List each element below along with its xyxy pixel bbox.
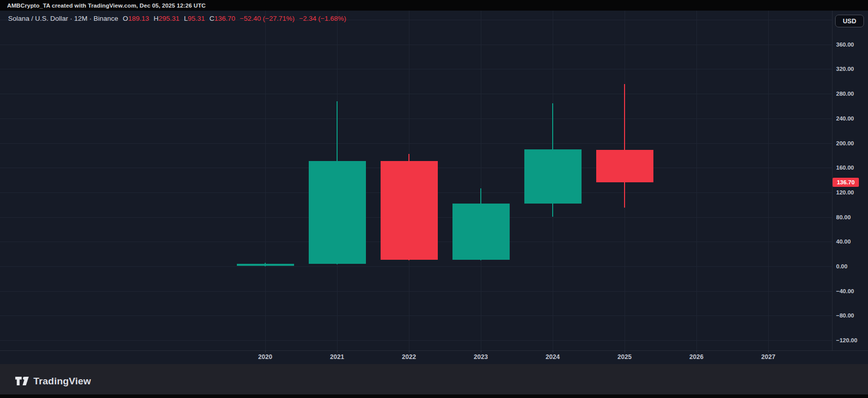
time-axis-border <box>0 350 868 351</box>
currency-usd-button[interactable]: USD <box>835 15 864 27</box>
price-tick-label: 80.00 <box>836 214 851 221</box>
candle-body <box>596 150 653 182</box>
time-tickmark <box>265 350 266 352</box>
tradingview-brand-text[interactable]: TradingView <box>33 376 91 387</box>
time-tickmark <box>409 350 409 352</box>
attribution-text: AMBCrypto_TA created with TradingView.co… <box>7 3 206 9</box>
h-gridline-320 <box>0 69 832 69</box>
h-gridline-360 <box>0 45 832 45</box>
price-tick-label: 280.00 <box>836 90 854 97</box>
time-tick-label: 2027 <box>753 353 783 361</box>
v-gridline-2020 <box>265 11 266 351</box>
last-price-value: 136.70 <box>837 179 854 185</box>
tradingview-logo-icon[interactable] <box>15 377 29 385</box>
price-tick-label: 200.00 <box>836 140 854 147</box>
v-gridline-2026 <box>696 11 697 351</box>
h-gridline--120 <box>0 340 832 341</box>
time-tick-label: 2021 <box>322 353 352 361</box>
legend-change-2: −2.34 (−1.68%) <box>299 15 346 22</box>
price-tick-label: 120.00 <box>836 189 854 196</box>
ohlc-letter-H: H <box>153 15 158 22</box>
price-tick-label: 0.00 <box>836 263 847 270</box>
h-gridline--80 <box>0 315 832 316</box>
price-tick-label: 240.00 <box>836 115 854 122</box>
price-tick-label: −80.00 <box>836 312 854 319</box>
h-gridline-240 <box>0 118 832 119</box>
time-tick-label: 2023 <box>466 353 496 361</box>
h-gridline--40 <box>0 291 832 292</box>
time-tick-label: 2022 <box>394 353 424 361</box>
time-tickmark <box>768 350 769 352</box>
ohlc-value-O: 189.13 <box>128 15 149 22</box>
time-tick-label: 2020 <box>250 353 280 361</box>
price-tick-label: 160.00 <box>836 164 854 171</box>
attribution-bar: AMBCrypto_TA created with TradingView.co… <box>0 0 868 11</box>
footer-bar: TradingView <box>0 364 868 398</box>
ohlc-value-C: 136.70 <box>215 15 235 22</box>
time-tickmark <box>553 350 553 352</box>
ohlc-letter-L: L <box>184 15 188 22</box>
h-gridline-280 <box>0 94 832 94</box>
candle-wick <box>624 84 625 208</box>
ohlc-value-L: 95.31 <box>188 15 205 22</box>
v-gridline-2027 <box>768 11 769 351</box>
price-tick-label: 360.00 <box>836 41 854 48</box>
candle-body <box>237 264 294 266</box>
symbol-title: Solana / U.S. Dollar · 12M · Binance <box>8 15 118 22</box>
legend-change-1: −52.40 (−27.71%) <box>240 15 295 22</box>
last-price-tag: 136.70 <box>833 178 859 187</box>
time-tick-label: 2026 <box>681 353 712 361</box>
price-tick-label: 320.00 <box>836 65 854 72</box>
time-tickmark <box>625 350 625 352</box>
tradingview-chart-screenshot: AMBCrypto_TA created with TradingView.co… <box>0 0 868 398</box>
time-tickmark <box>337 350 338 352</box>
price-tick-label: −120.00 <box>836 337 857 344</box>
v-gridline-2023 <box>481 11 481 351</box>
price-tick-label: −40.00 <box>836 288 854 295</box>
ohlc-readout: O189.13H295.31L95.31C136.70−52.40 (−27.7… <box>118 15 346 22</box>
time-tickmark <box>481 350 481 352</box>
symbol-legend[interactable]: Solana / U.S. Dollar · 12M · Binance O18… <box>8 15 346 22</box>
ohlc-letter-C: C <box>210 15 215 22</box>
candle-body <box>452 204 510 260</box>
candle-body <box>524 149 582 204</box>
ohlc-value-H: 295.31 <box>158 15 179 22</box>
candle-body <box>381 161 438 260</box>
bottom-strip <box>0 394 868 398</box>
price-tick-label: 40.00 <box>836 238 851 245</box>
h-gridline-0 <box>0 266 832 267</box>
time-tick-label: 2024 <box>538 353 568 361</box>
time-tick-label: 2025 <box>609 353 640 361</box>
time-tickmark <box>696 350 697 352</box>
chart-pane[interactable]: 360.00320.00280.00240.00200.00160.00120.… <box>0 11 868 364</box>
h-gridline-200 <box>0 143 832 144</box>
candle-body <box>309 161 366 264</box>
ohlc-letter-O: O <box>123 15 129 22</box>
